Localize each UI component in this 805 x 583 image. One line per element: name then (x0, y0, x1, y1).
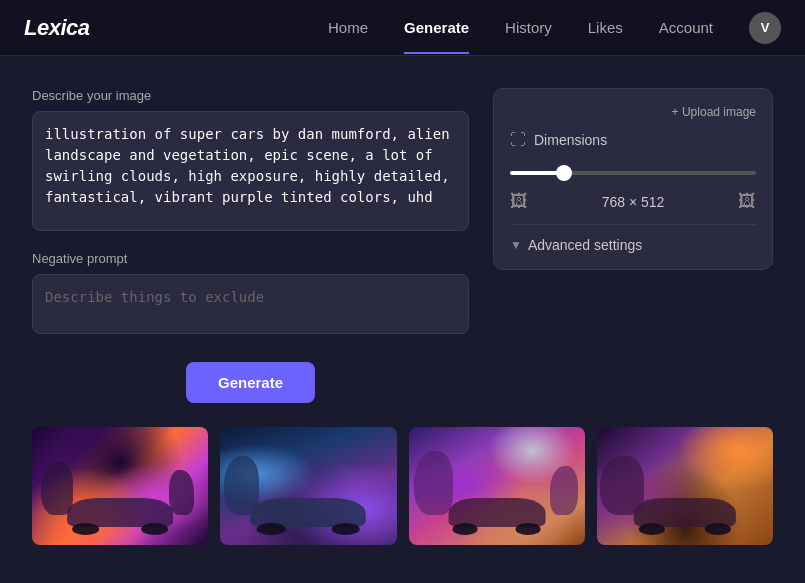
generated-image-3[interactable] (409, 427, 585, 545)
generated-image-2[interactable] (220, 427, 396, 545)
prompt-field-group: Describe your image illustration of supe… (32, 88, 469, 235)
resize-icon: ⛶ (510, 131, 526, 149)
negative-label: Negative prompt (32, 251, 469, 266)
max-size-icon: 🖼 (738, 191, 756, 212)
dimensions-label: Dimensions (534, 132, 607, 148)
nav-likes[interactable]: Likes (588, 1, 623, 54)
chevron-down-icon: ▼ (510, 238, 522, 252)
nav-home[interactable]: Home (328, 1, 368, 54)
left-panel: Describe your image illustration of supe… (32, 88, 469, 403)
generate-button[interactable]: Generate (186, 362, 315, 403)
image-grid (0, 427, 805, 577)
prompt-label: Describe your image (32, 88, 469, 103)
avatar[interactable]: V (749, 12, 781, 44)
advanced-label: Advanced settings (528, 237, 642, 253)
prompt-textarea[interactable]: illustration of super cars by dan mumfor… (32, 111, 469, 231)
negative-field-group: Negative prompt (32, 251, 469, 338)
generated-image-4[interactable] (597, 427, 773, 545)
main-content: Describe your image illustration of supe… (0, 56, 805, 427)
navigation: Home Generate History Likes Account (328, 1, 713, 54)
generated-image-1[interactable] (32, 427, 208, 545)
advanced-settings-toggle[interactable]: ▼ Advanced settings (510, 237, 756, 253)
divider (510, 224, 756, 225)
header: Lexica Home Generate History Likes Accou… (0, 0, 805, 56)
dimensions-value: 768 × 512 (602, 194, 665, 210)
min-size-icon: 🖼 (510, 191, 528, 212)
dimensions-slider[interactable] (510, 171, 756, 175)
logo: Lexica (24, 15, 90, 41)
nav-history[interactable]: History (505, 1, 552, 54)
right-panel: + Upload image ⛶ Dimensions 🖼 768 × 512 … (493, 88, 773, 403)
upload-button[interactable]: + Upload image (672, 105, 756, 119)
dimensions-card: + Upload image ⛶ Dimensions 🖼 768 × 512 … (493, 88, 773, 270)
nav-generate[interactable]: Generate (404, 1, 469, 54)
negative-textarea[interactable] (32, 274, 469, 334)
nav-account[interactable]: Account (659, 1, 713, 54)
